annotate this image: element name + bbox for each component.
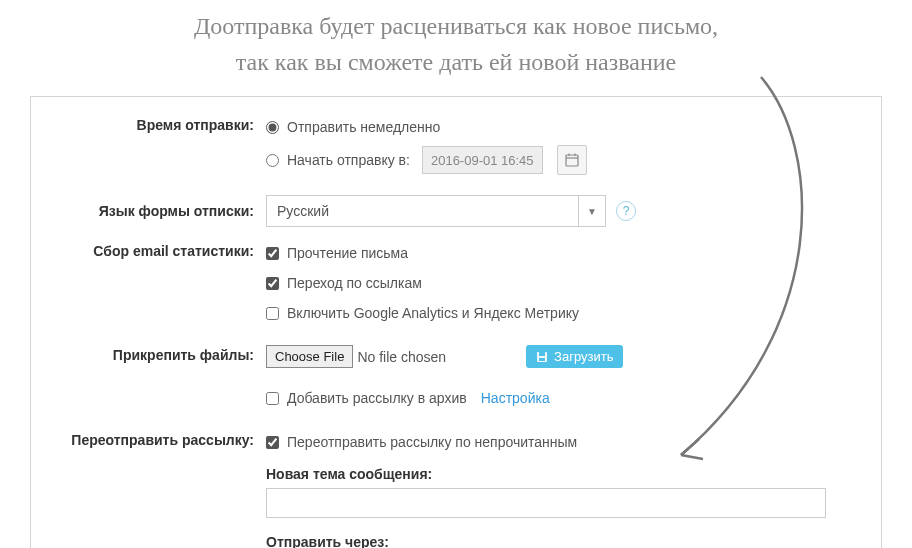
checkbox-stats-analytics[interactable] (266, 307, 279, 320)
svg-rect-6 (539, 358, 545, 361)
row-attach: Прикрепить файлы: Choose File No file ch… (49, 345, 863, 416)
annotation-line2: так как вы сможете дать ей новой названи… (0, 44, 912, 80)
radio-send-immediate[interactable] (266, 121, 279, 134)
chevron-down-icon: ▼ (578, 196, 597, 226)
file-chosen-text: No file chosen (357, 349, 446, 365)
label-send-time: Время отправки: (49, 115, 266, 181)
upload-button-label: Загрузить (554, 349, 613, 364)
select-unsub-lang-value: Русский (277, 203, 329, 219)
checkbox-resend-unread[interactable] (266, 436, 279, 449)
select-unsub-lang[interactable]: Русский ▼ (266, 195, 606, 227)
radio-send-scheduled-label: Начать отправку в: (287, 152, 410, 168)
label-attach: Прикрепить файлы: (49, 345, 266, 416)
row-unsub-lang: Язык формы отписки: Русский ▼ ? (49, 195, 863, 227)
radio-send-scheduled[interactable] (266, 154, 279, 167)
checkbox-archive-label: Добавить рассылку в архив (287, 390, 467, 406)
label-stats: Сбор email статистики: (49, 241, 266, 331)
help-icon[interactable]: ? (616, 201, 636, 221)
checkbox-stats-open[interactable] (266, 247, 279, 260)
svg-rect-5 (539, 352, 545, 356)
upload-button[interactable]: Загрузить (526, 345, 623, 368)
svg-rect-0 (566, 155, 578, 166)
row-stats: Сбор email статистики: Прочтение письма … (49, 241, 863, 331)
annotation-block: Доотправка будет расцениваться как новое… (0, 0, 912, 88)
label-unsub-lang: Язык формы отписки: (49, 195, 266, 227)
checkbox-archive[interactable] (266, 392, 279, 405)
settings-form-panel: Время отправки: Отправить немедленно Нач… (30, 96, 882, 548)
new-subject-input[interactable] (266, 488, 826, 518)
checkbox-stats-click-label: Переход по ссылкам (287, 275, 422, 291)
scheduled-datetime[interactable]: 2016-09-01 16:45 (422, 146, 543, 174)
row-resend: Переотправить рассылку: Переотправить ра… (49, 430, 863, 548)
calendar-button[interactable] (557, 145, 587, 175)
label-resend: Переотправить рассылку: (49, 430, 266, 548)
checkbox-stats-analytics-label: Включить Google Analytics и Яндекс Метри… (287, 305, 579, 321)
radio-send-immediate-label: Отправить немедленно (287, 119, 440, 135)
archive-settings-link[interactable]: Настройка (481, 390, 550, 406)
calendar-icon (565, 153, 579, 167)
checkbox-stats-click[interactable] (266, 277, 279, 290)
new-subject-label: Новая тема сообщения: (266, 466, 863, 482)
choose-file-button[interactable]: Choose File (266, 345, 353, 368)
checkbox-stats-open-label: Прочтение письма (287, 245, 408, 261)
floppy-icon (536, 351, 548, 363)
annotation-line1: Доотправка будет расцениваться как новое… (0, 8, 912, 44)
send-after-label: Отправить через: (266, 534, 863, 548)
row-send-time: Время отправки: Отправить немедленно Нач… (49, 115, 863, 181)
checkbox-resend-unread-label: Переотправить рассылку по непрочитанным (287, 434, 577, 450)
